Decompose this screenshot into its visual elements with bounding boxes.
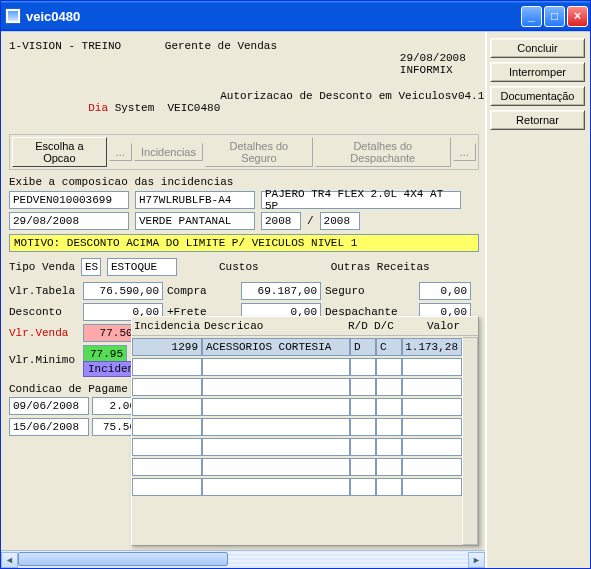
app-icon bbox=[5, 8, 21, 24]
table-row[interactable] bbox=[132, 437, 478, 457]
pay-date-1[interactable]: 15/06/2008 bbox=[9, 418, 89, 436]
side-panel: Concluir Interromper Documentação Retorn… bbox=[485, 32, 590, 568]
scroll-left-icon[interactable]: ◄ bbox=[1, 552, 18, 568]
retornar-button[interactable]: Retornar bbox=[490, 110, 585, 130]
label-seguro: Seguro bbox=[325, 285, 415, 297]
label-vlr-tabela: Vlr.Tabela bbox=[9, 285, 79, 297]
field-vlr-tabela[interactable]: 76.590,00 bbox=[83, 282, 163, 300]
window-title: veic0480 bbox=[26, 9, 80, 24]
col-incidencia: Incidencia bbox=[134, 320, 204, 332]
label-outras-receitas: Outras Receitas bbox=[331, 261, 430, 273]
toolbar-detalhes-despachante[interactable]: Detalhes do Despachante bbox=[315, 137, 451, 167]
field-ano2[interactable]: 2008 bbox=[320, 212, 360, 230]
header-title: Autorizacao de Desconto em Veiculos bbox=[220, 90, 451, 126]
scroll-right-icon[interactable]: ► bbox=[468, 552, 485, 568]
col-rd: R/D bbox=[348, 320, 374, 332]
field-data[interactable]: 29/08/2008 bbox=[9, 212, 129, 230]
header-program: System VEIC0480 bbox=[108, 102, 220, 114]
header-version: v04.10.04 bbox=[451, 90, 485, 126]
field-pedido[interactable]: PEDVEN010003699 bbox=[9, 191, 129, 209]
pay-date-0[interactable]: 09/06/2008 bbox=[9, 397, 89, 415]
toolbar-trail[interactable]: ... bbox=[453, 143, 476, 161]
field-chassi[interactable]: H77WLRUBLFB-A4 bbox=[135, 191, 255, 209]
header-system: 1-VISION - TREINO bbox=[9, 40, 121, 88]
toolbar-incidencias[interactable]: Incidencias bbox=[134, 143, 203, 161]
toolbar-detalhes-seguro[interactable]: Detalhes do Seguro bbox=[205, 137, 313, 167]
cell-valor[interactable]: 1.173,28 bbox=[402, 338, 462, 356]
label-vlr-venda: Vlr.Venda bbox=[9, 327, 79, 339]
incidencias-panel: Incidencia Descricao R/D D/C Valor 1299 … bbox=[131, 316, 479, 546]
col-descricao: Descricao bbox=[204, 320, 348, 332]
escolha-opcao-button[interactable]: Escolha a Opcao bbox=[12, 137, 107, 167]
label-vlr-minimo: Vlr.Minimo bbox=[9, 354, 79, 366]
header-dia: Dia bbox=[88, 102, 108, 114]
table-row[interactable] bbox=[132, 477, 478, 497]
field-tipo-venda-code[interactable]: ES bbox=[81, 258, 101, 276]
col-valor: Valor bbox=[400, 320, 460, 332]
status-line: Exibe a composicao das incidencias bbox=[9, 176, 479, 188]
table-row[interactable] bbox=[132, 417, 478, 437]
field-ano1[interactable]: 2008 bbox=[261, 212, 301, 230]
table-row[interactable]: 1299 ACESSORIOS CORTESIA D C 1.173,28 bbox=[132, 337, 478, 357]
cell-dc[interactable]: C bbox=[376, 338, 402, 356]
field-tipo-venda-desc[interactable]: ESTOQUE bbox=[107, 258, 177, 276]
scroll-thumb[interactable] bbox=[18, 552, 228, 566]
field-seguro[interactable]: 0,00 bbox=[419, 282, 471, 300]
horizontal-scrollbar[interactable]: ◄ ► bbox=[1, 550, 485, 568]
incidencias-vscroll[interactable] bbox=[462, 337, 478, 545]
header-role: Gerente de Vendas bbox=[165, 40, 277, 88]
table-row[interactable] bbox=[132, 357, 478, 377]
cell-rd[interactable]: D bbox=[350, 338, 376, 356]
label-desconto: Desconto bbox=[9, 306, 79, 318]
col-dc: D/C bbox=[374, 320, 400, 332]
field-modelo[interactable]: PAJERO TR4 FLEX 2.0L 4X4 AT 5P bbox=[261, 191, 461, 209]
maximize-button[interactable]: □ bbox=[544, 6, 565, 27]
label-custos: Custos bbox=[219, 261, 259, 273]
field-cor[interactable]: VERDE PANTANAL bbox=[135, 212, 255, 230]
concluir-button[interactable]: Concluir bbox=[490, 38, 585, 58]
field-compra[interactable]: 69.187,00 bbox=[241, 282, 321, 300]
header-db: INFORMIX bbox=[400, 64, 453, 76]
header-date: 29/08/2008 bbox=[400, 52, 466, 64]
motivo-banner: MOTIVO: DESCONTO ACIMA DO LIMITE P/ VEIC… bbox=[9, 234, 479, 252]
cell-incidencia[interactable]: 1299 bbox=[132, 338, 202, 356]
table-row[interactable] bbox=[132, 457, 478, 477]
close-button[interactable]: × bbox=[567, 6, 588, 27]
toolbar: Escolha a Opcao ... Incidencias Detalhes… bbox=[9, 134, 479, 170]
table-row[interactable] bbox=[132, 397, 478, 417]
cell-descricao[interactable]: ACESSORIOS CORTESIA bbox=[202, 338, 350, 356]
minimize-button[interactable]: _ bbox=[521, 6, 542, 27]
documentacao-button[interactable]: Documentação bbox=[490, 86, 585, 106]
label-tipo-venda: Tipo Venda bbox=[9, 261, 75, 273]
interromper-button[interactable]: Interromper bbox=[490, 62, 585, 82]
ano-sep: / bbox=[307, 215, 314, 227]
table-row[interactable] bbox=[132, 377, 478, 397]
label-compra: Compra bbox=[167, 285, 237, 297]
toolbar-dots[interactable]: ... bbox=[109, 143, 132, 161]
